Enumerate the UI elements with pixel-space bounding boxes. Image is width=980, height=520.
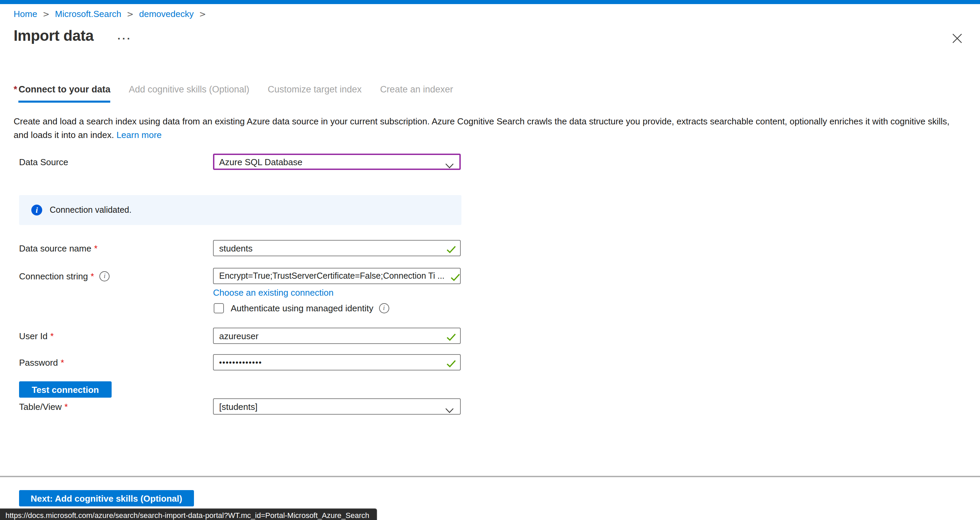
data-source-value: Azure SQL Database [219,157,302,167]
tab-customize-target-index[interactable]: Customize target index [268,84,362,101]
required-asterisk: * [94,243,97,253]
connection-string-input[interactable] [213,268,461,284]
data-source-row: Data Source Azure SQL Database [19,154,461,170]
data-source-name-label: Data source name * [19,243,213,253]
info-tooltip-icon[interactable]: i [99,271,110,281]
breadcrumb-home[interactable]: Home [14,9,37,19]
user-id-label: User Id * [19,331,213,341]
required-asterisk: * [50,331,54,341]
footer-divider [0,476,980,477]
page-title: Import data [14,27,94,45]
tab-required-asterisk: * [14,84,18,95]
password-row: Password * [19,354,461,371]
breadcrumb-separator-icon: > [43,9,49,19]
context-menu-ellipsis-icon[interactable]: ··· [118,32,132,44]
table-view-label: Table/View * [19,401,213,412]
breadcrumb-separator-icon: > [127,9,134,19]
label-text: Password [19,357,58,368]
user-id-input[interactable] [213,328,461,344]
connection-string-label: Connection string * i [19,271,213,281]
tab-label: Connect to your data [19,84,111,103]
portal-top-bar [0,0,980,4]
connection-string-row: Connection string * i [19,268,461,284]
next-add-cognitive-skills-button[interactable]: Next: Add cognitive skills (Optional) [19,490,194,506]
table-view-dropdown[interactable]: [students] [213,398,461,415]
intro-text: Create and load a search index using dat… [14,115,966,141]
breadcrumb: Home > Microsoft.Search > demovedecky > [14,9,211,19]
label-text: Connection string [19,271,88,281]
import-data-blade: Home > Microsoft.Search > demovedecky > … [0,0,980,520]
password-label: Password * [19,357,213,368]
choose-existing-connection-link[interactable]: Choose an existing connection [213,287,334,297]
table-view-value: [students] [219,401,258,412]
connection-validated-banner: i Connection validated. [19,195,461,225]
data-source-name-row: Data source name * [19,240,461,256]
link-status-bar: https://docs.microsoft.com/azure/search/… [0,509,377,520]
tab-label: Customize target index [268,84,362,101]
tab-label: Create an indexer [380,84,453,101]
user-id-row: User Id * [19,328,461,344]
learn-more-link[interactable]: Learn more [116,130,162,140]
test-connection-button[interactable]: Test connection [19,381,111,398]
tab-label: Add cognitive skills (Optional) [129,84,250,101]
connect-form: Data Source Azure SQL Database i Connect… [19,154,461,415]
label-text: User Id [19,331,48,341]
managed-identity-row: Authenticate using managed identity i [19,302,461,314]
banner-text: Connection validated. [50,205,131,215]
table-view-row: Table/View * [students] [19,398,461,415]
choose-existing-connection-row: Choose an existing connection [19,286,461,298]
required-asterisk: * [91,271,94,281]
title-row: Import data ··· [14,27,132,45]
data-source-label: Data Source [19,157,213,167]
tab-add-cognitive-skills[interactable]: Add cognitive skills (Optional) [129,84,250,101]
close-icon [952,33,962,43]
managed-identity-label: Authenticate using managed identity [231,303,373,313]
close-blade-button[interactable] [950,31,964,45]
managed-identity-checkbox[interactable] [214,303,224,313]
required-asterisk: * [60,357,64,368]
data-source-name-input[interactable] [213,240,461,256]
required-asterisk: * [64,401,68,412]
info-tooltip-icon[interactable]: i [379,303,389,313]
status-url: https://docs.microsoft.com/azure/search/… [5,511,369,519]
wizard-tabs: *Connect to your data Add cognitive skil… [14,84,472,101]
password-input[interactable] [213,354,461,371]
breadcrumb-demovedecky[interactable]: demovedecky [139,9,194,19]
label-text: Table/View [19,401,62,412]
label-text: Data source name [19,243,91,253]
tab-connect-to-your-data[interactable]: *Connect to your data [14,84,111,101]
tab-create-an-indexer[interactable]: Create an indexer [380,84,453,101]
data-source-dropdown[interactable]: Azure SQL Database [213,154,461,170]
breadcrumb-microsoft-search[interactable]: Microsoft.Search [55,9,121,19]
info-icon: i [31,205,42,216]
breadcrumb-separator-icon: > [199,9,206,19]
